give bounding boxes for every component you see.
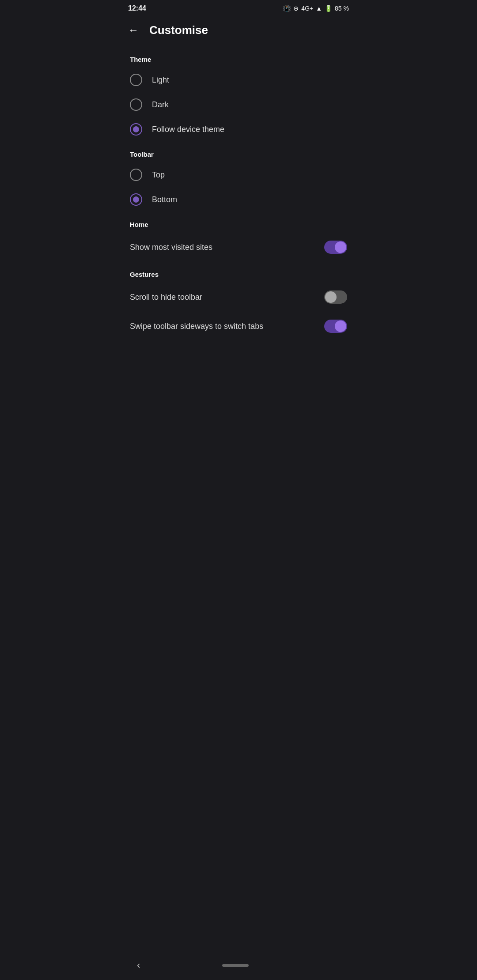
theme-follow-label: Follow device theme [152, 125, 224, 134]
swipe-tabs-knob [335, 320, 346, 332]
battery-percent: 85 % [335, 5, 349, 12]
theme-dark-radio[interactable] [130, 98, 142, 111]
status-icons: 📳 ⊖ 4G+ ▲ 🔋 85 % [283, 5, 349, 12]
dnd-icon: ⊖ [293, 5, 299, 12]
most-visited-toggle-item[interactable]: Show most visited sites [119, 233, 358, 262]
signal-icon: ▲ [316, 5, 322, 12]
gestures-section-label: Gestures [119, 262, 358, 283]
most-visited-label: Show most visited sites [130, 243, 324, 252]
toolbar-top-label: Top [152, 170, 165, 180]
back-button[interactable]: ← [126, 22, 140, 38]
swipe-tabs-toggle[interactable] [324, 320, 347, 333]
theme-follow-radio[interactable] [130, 123, 142, 136]
toolbar-bottom-item[interactable]: Bottom [119, 187, 358, 212]
battery-icon: 🔋 [325, 5, 332, 12]
scroll-hide-toggle-item[interactable]: Scroll to hide toolbar [119, 283, 358, 312]
status-time: 12:44 [128, 4, 146, 12]
toolbar-section-label: Toolbar [119, 142, 358, 162]
scroll-hide-label: Scroll to hide toolbar [130, 293, 324, 302]
vibrate-icon: 📳 [283, 5, 291, 12]
theme-follow-item[interactable]: Follow device theme [119, 117, 358, 142]
toolbar-bottom-label: Bottom [152, 195, 177, 204]
toolbar-top-radio[interactable] [130, 169, 142, 181]
theme-light-label: Light [152, 75, 169, 85]
swipe-tabs-label: Swipe toolbar sideways to switch tabs [130, 322, 324, 331]
theme-section-label: Theme [119, 47, 358, 68]
page-title: Customise [149, 23, 208, 37]
theme-dark-label: Dark [152, 100, 169, 109]
toolbar-top-item[interactable]: Top [119, 162, 358, 187]
network-icon: 4G+ [301, 5, 313, 12]
status-bar: 12:44 📳 ⊖ 4G+ ▲ 🔋 85 % [119, 0, 358, 15]
header: ← Customise [119, 15, 358, 47]
swipe-tabs-toggle-item[interactable]: Swipe toolbar sideways to switch tabs [119, 312, 358, 341]
theme-light-radio[interactable] [130, 74, 142, 86]
toolbar-bottom-radio[interactable] [130, 193, 142, 206]
most-visited-toggle[interactable] [324, 241, 347, 254]
home-section-label: Home [119, 212, 358, 233]
theme-light-item[interactable]: Light [119, 68, 358, 92]
most-visited-knob [335, 241, 346, 253]
scroll-hide-toggle[interactable] [324, 290, 347, 304]
scroll-hide-knob [325, 291, 337, 303]
theme-dark-item[interactable]: Dark [119, 92, 358, 117]
